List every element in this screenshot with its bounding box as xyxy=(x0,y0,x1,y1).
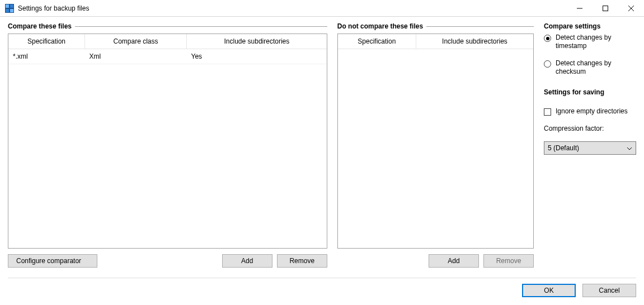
compression-value: 5 (Default) xyxy=(548,144,627,152)
col-include-subdirs[interactable]: Include subdirectories xyxy=(187,34,327,49)
radio-detect-timestamp[interactable]: Detect changes by timestamp xyxy=(544,34,636,50)
configure-comparator-button[interactable]: Configure comparator xyxy=(8,254,97,268)
exclude-files-caption: Do not compare these files xyxy=(337,22,534,30)
caption-rule xyxy=(75,26,327,27)
table-header-row: Specification Include subdirectories xyxy=(338,34,533,49)
compare-files-table[interactable]: Specification Compare class Include subd… xyxy=(8,34,327,249)
caption-rule xyxy=(426,26,534,27)
col-compare-class[interactable]: Compare class xyxy=(85,34,187,49)
app-icon xyxy=(4,3,15,13)
svg-rect-4 xyxy=(6,9,9,12)
titlebar: Settings for backup files xyxy=(0,0,644,17)
chevron-down-icon xyxy=(627,145,632,151)
compare-files-buttons: Configure comparator Add Remove xyxy=(8,254,327,268)
maximize-button[interactable] xyxy=(593,0,618,17)
workarea: Compare these files Specification Compar… xyxy=(8,22,636,268)
footer-separator xyxy=(8,278,636,278)
spacer xyxy=(337,254,424,268)
radio-label: Detect changes by timestamp xyxy=(556,34,636,50)
exclude-files-buttons: Add Remove xyxy=(337,254,534,268)
window-title: Settings for backup files xyxy=(18,4,89,12)
cell-spec: *.xml xyxy=(8,49,85,64)
col-specification[interactable]: Specification xyxy=(8,34,85,49)
exclude-files-group: Do not compare these files Specification… xyxy=(337,22,534,268)
exclude-remove-button[interactable]: Remove xyxy=(483,254,534,268)
spacer xyxy=(102,254,218,268)
svg-rect-6 xyxy=(603,6,608,11)
close-button[interactable] xyxy=(618,0,644,17)
compare-files-caption-text: Compare these files xyxy=(8,22,72,30)
compression-label: Compression factor: xyxy=(544,125,636,132)
ok-button[interactable]: OK xyxy=(522,284,576,297)
cell-class: Xml xyxy=(85,49,187,64)
compare-settings-caption-text: Compare settings xyxy=(544,22,600,30)
col-specification[interactable]: Specification xyxy=(338,34,416,49)
cancel-button[interactable]: Cancel xyxy=(582,284,636,297)
checkbox-ignore-empty-dirs[interactable]: ✓ Ignore empty directories xyxy=(544,107,636,116)
compare-settings-caption: Compare settings xyxy=(544,22,636,30)
radio-icon xyxy=(544,60,551,68)
checkbox-icon: ✓ xyxy=(544,108,551,116)
col-include-subdirs[interactable]: Include subdirectories xyxy=(416,34,533,49)
exclude-files-caption-text: Do not compare these files xyxy=(337,22,423,30)
settings-column: Compare settings Detect changes by times… xyxy=(544,22,636,268)
table-row[interactable]: *.xml Xml Yes xyxy=(8,49,327,64)
exclude-files-table[interactable]: Specification Include subdirectories xyxy=(337,34,534,249)
compare-remove-button[interactable]: Remove xyxy=(277,254,327,268)
svg-rect-1 xyxy=(6,4,9,8)
radio-icon xyxy=(544,35,551,42)
client-area: Compare these files Specification Compar… xyxy=(0,17,644,284)
radio-detect-checksum[interactable]: Detect changes by checksum xyxy=(544,59,636,76)
exclude-add-button[interactable]: Add xyxy=(429,254,479,268)
compression-combobox[interactable]: 5 (Default) xyxy=(544,141,636,155)
svg-rect-2 xyxy=(10,9,13,12)
compare-files-caption: Compare these files xyxy=(8,22,327,30)
compare-files-group: Compare these files Specification Compar… xyxy=(8,22,327,268)
compare-add-button[interactable]: Add xyxy=(222,254,272,268)
radio-label: Detect changes by checksum xyxy=(556,59,636,76)
dialog-footer: OK Cancel xyxy=(0,284,644,305)
save-settings-caption: Settings for saving xyxy=(544,88,636,96)
svg-rect-3 xyxy=(10,4,13,8)
checkbox-label: Ignore empty directories xyxy=(556,107,628,116)
cell-incl: Yes xyxy=(187,49,327,64)
minimize-button[interactable] xyxy=(567,0,593,17)
table-header-row: Specification Compare class Include subd… xyxy=(8,34,327,49)
compare-settings-options: Detect changes by timestamp Detect chang… xyxy=(544,34,636,155)
